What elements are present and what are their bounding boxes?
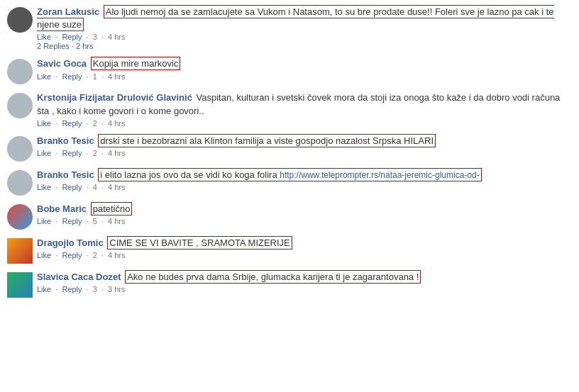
comment-actions: Like · Reply · 1 · 4 hrs	[37, 72, 572, 81]
comment-text: Dragojlo Tomic CIME SE VI BAVITE , SRAMO…	[37, 237, 572, 250]
comment-text: Savic Goca Kopija mire markovic	[37, 57, 572, 70]
comment-text: Branko Tesic i elito lazna jos ovo da se…	[37, 169, 572, 181]
time-stamp: 4 hrs	[108, 72, 125, 81]
avatar	[7, 136, 33, 162]
likes-count: 3	[93, 33, 97, 41]
avatar	[7, 59, 33, 84]
comment-highlight: drski ste i bezobrazni ala Klinton famil…	[98, 134, 436, 147]
like-button[interactable]: Like	[37, 119, 51, 128]
comment-highlight: CIME SE VI BAVITE , SRAMOTA MIZERIJE	[107, 236, 292, 250]
time-stamp: 3 hrs	[108, 285, 125, 293]
reply-button[interactable]: Reply	[62, 217, 82, 225]
comment-body: Branko Tesic drski ste i bezobrazni ala …	[37, 135, 572, 157]
username-link[interactable]: Branko Tesic	[37, 169, 94, 180]
comment-highlight: i elito lazna jos ovo da se vidi ko koga…	[98, 168, 481, 181]
like-button[interactable]: Like	[37, 72, 51, 81]
comment-actions: Like · Reply · 5 · 4 hrs	[37, 217, 572, 225]
comment-body: Bobe Maric patetično Like · Reply · 5 · …	[37, 203, 572, 225]
username-link[interactable]: Dragojlo Tomic	[37, 237, 104, 248]
likes-count: 2	[93, 149, 97, 157]
reply-button[interactable]: Reply	[62, 183, 82, 191]
reply-button[interactable]: Reply	[62, 33, 82, 41]
comment-body: Slavica Caca Dozet Ako ne budes prva dam…	[37, 271, 572, 293]
comment-item: Dragojlo Tomic CIME SE VI BAVITE , SRAMO…	[7, 237, 572, 264]
like-button[interactable]: Like	[37, 251, 51, 259]
reply-button[interactable]: Reply	[62, 149, 82, 157]
reply-button[interactable]: Reply	[62, 119, 82, 128]
comment-text: Slavica Caca Dozet Ako ne budes prva dam…	[37, 271, 572, 284]
comment-actions: Like · Reply · 3 · 3 hrs	[37, 285, 572, 293]
comment-text: Bobe Maric patetično	[37, 203, 572, 215]
comment-item: Savic Goca Kopija mire markovic Like · R…	[7, 57, 572, 84]
likes-count: 1	[93, 72, 97, 81]
likes-count: 5	[93, 217, 97, 225]
comment-highlight: Kopija mire markovic	[91, 57, 181, 70]
comment-item: Zoran Lakusic Alo ljudi nemoj da se zaml…	[7, 6, 572, 50]
comment-actions: Like · Reply · 2 · 4 hrs	[37, 251, 572, 259]
comment-text-part: i elito lazna jos ovo da se vidi ko koga…	[100, 169, 280, 180]
avatar	[7, 204, 33, 230]
comment-text: Krstonija Fizijatar Drulović Glavinić Va…	[37, 91, 572, 117]
comment-body: Savic Goca Kopija mire markovic Like · R…	[37, 57, 572, 80]
avatar	[7, 238, 33, 264]
likes-count: 4	[93, 183, 97, 191]
likes-count: 3	[93, 285, 97, 293]
comment-text: Zoran Lakusic Alo ljudi nemoj da se zaml…	[37, 6, 572, 31]
comment-highlight: Alo ljudi nemoj da se zamlacujete sa Vuk…	[37, 5, 554, 31]
avatar	[7, 93, 33, 118]
avatar	[7, 272, 33, 298]
comment-item: Slavica Caca Dozet Ako ne budes prva dam…	[7, 271, 572, 298]
comment-highlight: patetično	[91, 202, 133, 215]
comment-text: Branko Tesic drski ste i bezobrazni ala …	[37, 135, 572, 147]
avatar	[7, 7, 33, 33]
reply-button[interactable]: Reply	[62, 251, 82, 259]
comment-item: Branko Tesic i elito lazna jos ovo da se…	[7, 169, 572, 196]
reply-button[interactable]: Reply	[62, 285, 82, 293]
username-link[interactable]: Slavica Caca Dozet	[37, 271, 121, 282]
comment-actions: Like · Reply · 4 · 4 hrs	[37, 183, 572, 191]
comment-actions: Like · Reply · 2 · 4 hrs	[37, 149, 572, 157]
comment-item: Branko Tesic drski ste i bezobrazni ala …	[7, 135, 572, 162]
like-button[interactable]: Like	[37, 217, 51, 225]
time-stamp: 4 hrs	[108, 119, 125, 128]
time-stamp: 4 hrs	[108, 217, 125, 225]
like-button[interactable]: Like	[37, 33, 51, 41]
username-link[interactable]: Bobe Maric	[37, 203, 87, 214]
comment-body: Zoran Lakusic Alo ljudi nemoj da se zaml…	[37, 6, 572, 50]
like-button[interactable]: Like	[37, 149, 51, 157]
comment-body: Branko Tesic i elito lazna jos ovo da se…	[37, 169, 572, 191]
username-link[interactable]: Krstonija Fizijatar Drulović Glavinić	[37, 92, 192, 103]
like-button[interactable]: Like	[37, 285, 51, 293]
comment-actions: Like · Reply · 3 · 4 hrs	[37, 33, 572, 41]
time-stamp: 4 hrs	[108, 149, 125, 157]
comment-highlight: Ako ne budes prva dama Srbije, glumacka …	[125, 270, 421, 284]
like-button[interactable]: Like	[37, 183, 51, 191]
reply-button[interactable]: Reply	[62, 72, 82, 81]
username-link[interactable]: Zoran Lakusic	[37, 6, 99, 17]
comment-actions: Like · Reply · 2 · 4 hrs	[37, 119, 572, 128]
comment-item: Bobe Maric patetično Like · Reply · 5 · …	[7, 203, 572, 230]
time-stamp: 4 hrs	[108, 251, 125, 259]
time-stamp: 4 hrs	[108, 33, 125, 41]
likes-count: 2	[93, 119, 97, 128]
username-link[interactable]: Savic Goca	[37, 58, 87, 69]
avatar	[7, 170, 33, 196]
comments-container: Zoran Lakusic Alo ljudi nemoj da se zaml…	[0, 0, 579, 310]
comment-link[interactable]: http://www.teleprompter.rs/nataa-jeremic…	[280, 170, 479, 180]
comment-item: Krstonija Fizijatar Drulović Glavinić Va…	[7, 91, 572, 127]
comment-body: Dragojlo Tomic CIME SE VI BAVITE , SRAMO…	[37, 237, 572, 259]
likes-count: 2	[93, 251, 97, 259]
replies-link[interactable]: 2 Replies · 2 hrs	[37, 42, 572, 50]
time-stamp: 4 hrs	[108, 183, 125, 191]
comment-body: Krstonija Fizijatar Drulović Glavinić Va…	[37, 91, 572, 127]
username-link[interactable]: Branko Tesic	[37, 135, 94, 146]
